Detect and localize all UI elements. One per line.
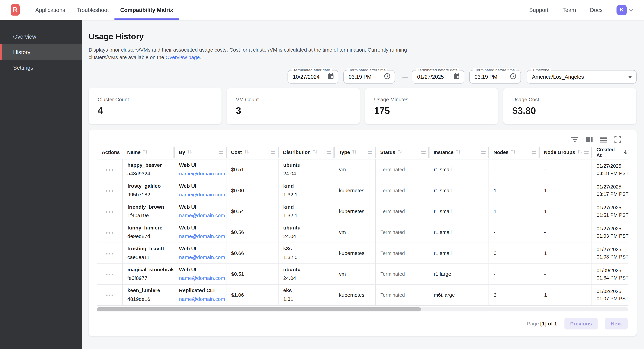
created-by-email-link[interactable]: name@domain.com [179,275,224,281]
row-actions-button[interactable] [104,168,115,173]
sort-desc-icon[interactable] [623,149,628,156]
column-header-instance[interactable]: Instance [429,146,488,159]
stat-value: 3 [236,105,351,116]
distribution-version: 1.32.1 [283,212,332,219]
column-menu-icon[interactable] [532,149,536,155]
horizontal-scrollbar-thumb[interactable] [97,307,421,311]
sort-icon[interactable] [577,149,582,155]
cluster-name: trusting_leavitt [127,246,172,252]
terminated-after-date-field[interactable]: Terminated after date 10/27/2024 [288,70,338,83]
instance-cell: r1.small [429,201,488,222]
row-actions-button[interactable] [104,189,115,193]
created-by-email-link[interactable]: name@domain.com [179,233,224,240]
sort-icon[interactable] [456,149,461,155]
sort-icon[interactable] [352,149,358,155]
type-cell: vm [334,159,375,180]
cluster-id: a48d9324 [127,170,172,177]
tab-compatibility-matrix[interactable]: Compatibility Matrix [114,0,179,20]
calendar-icon[interactable] [454,73,460,81]
terminated-before-date-field[interactable]: Terminated before date 01/27/2025 [412,70,464,83]
row-density-icon[interactable] [600,136,607,142]
stat-value: 4 [98,105,212,116]
nav-link-support[interactable]: Support [529,7,549,13]
tab-applications[interactable]: Applications [30,0,71,20]
column-menu-icon[interactable] [584,149,588,155]
fullscreen-icon[interactable] [614,136,621,143]
cost-cell: $0.51 [226,264,278,284]
sort-icon[interactable] [187,149,192,155]
stat-cards: Cluster Count 4 VM Count 3 Usage Minutes… [88,88,636,124]
clock-icon[interactable] [510,73,516,81]
type-cell: kubernetes [334,201,375,222]
sidebar-item-history[interactable]: History [0,44,82,60]
tab-label: Troubleshoot [76,7,109,13]
column-header-status[interactable]: Status [375,146,429,159]
calendar-icon[interactable] [328,73,334,81]
distribution-name: k3s [283,246,332,252]
sidebar-item-settings[interactable]: Settings [0,60,82,75]
node-groups-cell: 1 [539,285,592,305]
row-actions-button[interactable] [104,230,115,235]
sort-icon[interactable] [397,149,403,155]
column-menu-icon[interactable] [326,149,331,155]
table-row: frosty_galileo995b7182 Web UIname@domain… [97,180,628,201]
created-by-email-link[interactable]: name@domain.com [179,191,224,198]
column-menu-icon[interactable] [218,149,223,155]
row-actions-button[interactable] [104,251,115,256]
field-value: 03:19 PM [475,74,510,80]
column-menu-icon[interactable] [421,149,426,155]
field-label: Terminated after date [292,68,332,72]
column-menu-icon[interactable] [368,149,372,155]
column-header-by[interactable]: By [174,146,226,159]
clock-icon[interactable] [384,73,390,81]
column-header-nodes[interactable]: Nodes [488,146,539,159]
column-menu-icon[interactable] [271,149,275,155]
nav-link-docs[interactable]: Docs [590,7,603,13]
chevron-down-icon [628,6,634,13]
tab-troubleshoot[interactable]: Troubleshoot [71,0,114,20]
overview-page-link[interactable]: Overview page [166,54,200,60]
column-header-distribution[interactable]: Distribution [278,146,334,159]
filter-icon[interactable] [571,136,578,142]
created-by-method: Replicated CLI [179,287,224,294]
created-date: 01/27/2025 [597,225,627,232]
cluster-name: funny_lumiere [127,225,172,231]
sort-icon[interactable] [313,149,318,155]
next-page-button[interactable]: Next [605,318,628,329]
created-by-email-link[interactable]: name@domain.com [179,254,224,261]
account-menu[interactable]: K [616,5,633,15]
terminated-before-time-field[interactable]: Terminated before time 03:19 PM [469,70,521,83]
cluster-name: magical_stonebraker [127,266,172,273]
nav-link-team[interactable]: Team [562,7,576,13]
row-actions-button[interactable] [104,272,115,277]
created-date: 01/02/2025 [597,288,627,294]
field-value: 03:19 PM [349,74,384,80]
sort-icon[interactable] [510,149,516,155]
field-value: 10/27/2024 [293,74,328,80]
column-header-node-groups[interactable]: Node Groups [539,146,592,159]
column-menu-icon[interactable] [481,149,486,155]
column-header-type[interactable]: Type [334,146,375,159]
replicated-logo[interactable]: R [10,4,20,15]
sort-icon[interactable] [244,149,249,155]
cluster-name: frosty_galileo [127,183,172,189]
type-cell: kubernetes [334,285,375,305]
instance-cell: r1.small [429,243,488,264]
previous-page-button[interactable]: Previous [564,318,598,329]
created-by-email-link[interactable]: name@domain.com [179,212,224,219]
row-actions-button[interactable] [104,293,115,298]
sidebar-item-overview[interactable]: Overview [0,29,82,44]
sort-icon[interactable] [142,149,148,155]
distribution-name: kind [283,204,332,210]
created-by-method: Web UI [179,183,224,189]
column-header-name[interactable]: Name [122,146,174,159]
column-header-created-at[interactable]: Created At [592,146,628,159]
instance-cell: m6i.large [429,285,488,305]
terminated-after-time-field[interactable]: Terminated after time 03:19 PM [343,70,395,83]
created-by-email-link[interactable]: name@domain.com [179,170,224,177]
timezone-select[interactable]: Timezone America/Los_Angeles [527,70,637,83]
column-header-cost[interactable]: Cost [226,146,278,159]
created-by-email-link[interactable]: name@domain.com [179,296,224,302]
columns-icon[interactable] [586,136,593,142]
row-actions-button[interactable] [104,209,115,214]
